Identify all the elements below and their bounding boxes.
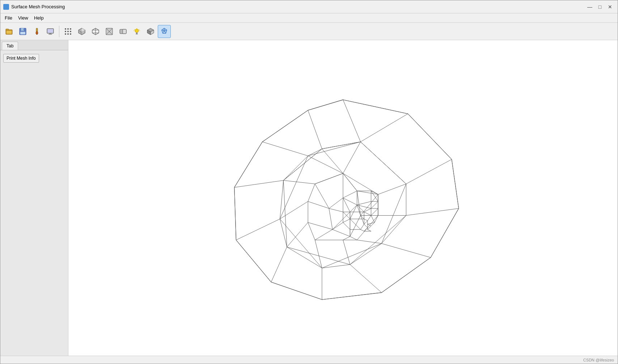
svg-line-168 <box>371 202 378 208</box>
svg-line-103 <box>322 149 343 173</box>
light-btn[interactable] <box>130 25 143 38</box>
svg-line-51 <box>164 31 166 33</box>
svg-rect-38 <box>136 34 138 34</box>
svg-line-120 <box>308 184 315 201</box>
svg-line-178 <box>364 212 371 216</box>
svg-line-65 <box>382 244 431 258</box>
svg-line-73 <box>236 219 280 240</box>
cloud-icon <box>160 27 168 35</box>
flat-wire-btn[interactable] <box>103 25 116 38</box>
svg-line-102 <box>283 149 322 180</box>
open-folder-btn[interactable] <box>3 25 16 38</box>
svg-line-70 <box>236 240 271 282</box>
svg-line-84 <box>350 244 381 264</box>
cube-icon <box>147 27 154 35</box>
flat-btn[interactable] <box>117 25 130 38</box>
main-view <box>68 40 618 356</box>
solid-btn[interactable] <box>75 25 88 38</box>
svg-line-119 <box>283 181 315 184</box>
svg-rect-37 <box>136 33 137 34</box>
save-btn[interactable] <box>16 25 29 38</box>
tab-bar: Tab <box>0 40 68 50</box>
close-button[interactable]: ✕ <box>605 2 615 12</box>
svg-line-134 <box>315 229 332 240</box>
svg-rect-11 <box>47 29 53 33</box>
svg-line-115 <box>287 223 308 247</box>
svg-line-164 <box>357 202 371 205</box>
svg-point-20 <box>65 33 66 35</box>
svg-line-136 <box>329 208 333 229</box>
folder-open-icon <box>5 27 13 35</box>
svg-line-97 <box>322 244 382 268</box>
main-window: Surface Mesh Processing — □ ✕ File View … <box>0 0 618 364</box>
light-icon <box>133 27 141 35</box>
window-icon <box>3 4 9 10</box>
svg-line-104 <box>343 142 360 173</box>
svg-line-184 <box>368 215 371 221</box>
svg-line-60 <box>452 159 458 208</box>
svg-rect-5 <box>20 32 25 34</box>
title-bar-left: Surface Mesh Processing <box>3 4 65 10</box>
svg-line-105 <box>378 184 406 194</box>
tab-main[interactable]: Tab <box>2 42 18 50</box>
svg-point-16 <box>70 28 71 30</box>
svg-line-142 <box>343 198 357 205</box>
svg-point-18 <box>67 31 69 32</box>
svg-line-193 <box>364 224 368 228</box>
svg-line-106 <box>343 173 378 194</box>
cloud-btn[interactable] <box>158 25 171 38</box>
svg-point-36 <box>135 29 139 33</box>
svg-line-183 <box>371 208 378 215</box>
title-controls: — □ ✕ <box>585 2 615 12</box>
svg-rect-13 <box>48 34 52 35</box>
menu-help[interactable]: Help <box>31 14 47 21</box>
menu-view[interactable]: View <box>15 14 31 21</box>
menu-file[interactable]: File <box>2 14 15 21</box>
status-bar: CSDN @lifesizeo <box>0 356 618 364</box>
display-btn[interactable] <box>44 25 57 38</box>
wire-btn[interactable] <box>89 25 102 38</box>
svg-line-78 <box>308 100 343 110</box>
svg-line-86 <box>287 247 322 268</box>
svg-line-100 <box>283 181 287 247</box>
svg-line-72 <box>234 187 236 240</box>
svg-point-8 <box>36 31 38 34</box>
print-mesh-info-button[interactable]: Print Mesh Info <box>3 54 39 63</box>
flat-icon <box>119 27 127 35</box>
flat-wire-icon <box>105 27 113 35</box>
svg-line-203 <box>364 228 368 231</box>
svg-line-116 <box>308 223 315 240</box>
svg-line-190 <box>360 215 364 224</box>
svg-line-75 <box>234 181 284 187</box>
svg-line-131 <box>350 237 357 240</box>
maximize-button[interactable]: □ <box>595 2 605 12</box>
svg-line-123 <box>315 173 343 184</box>
cube-btn[interactable] <box>144 25 157 38</box>
svg-point-15 <box>67 28 69 30</box>
save-icon <box>19 27 27 35</box>
minimize-button[interactable]: — <box>585 2 594 12</box>
svg-line-57 <box>343 100 408 114</box>
svg-point-21 <box>67 33 69 35</box>
title-bar: Surface Mesh Processing — □ ✕ <box>0 0 618 13</box>
svg-line-67 <box>350 264 381 293</box>
mesh-visualization <box>68 40 618 356</box>
svg-line-55 <box>343 100 360 142</box>
svg-line-126 <box>343 173 357 191</box>
svg-line-121 <box>308 156 343 173</box>
svg-line-98 <box>287 247 350 264</box>
svg-line-202 <box>360 229 364 231</box>
svg-line-109 <box>357 240 382 244</box>
svg-line-95 <box>382 184 406 244</box>
points-icon <box>64 27 72 35</box>
svg-line-63 <box>406 208 458 215</box>
content-area: Tab Print Mesh Info <box>0 40 618 356</box>
display-icon <box>46 27 54 35</box>
points-btn[interactable] <box>62 25 75 38</box>
svg-line-62 <box>431 208 459 258</box>
svg-line-192 <box>364 221 368 224</box>
svg-line-92 <box>322 142 361 149</box>
brush-btn[interactable] <box>30 25 43 38</box>
svg-line-141 <box>343 191 357 198</box>
svg-line-52 <box>163 31 164 33</box>
